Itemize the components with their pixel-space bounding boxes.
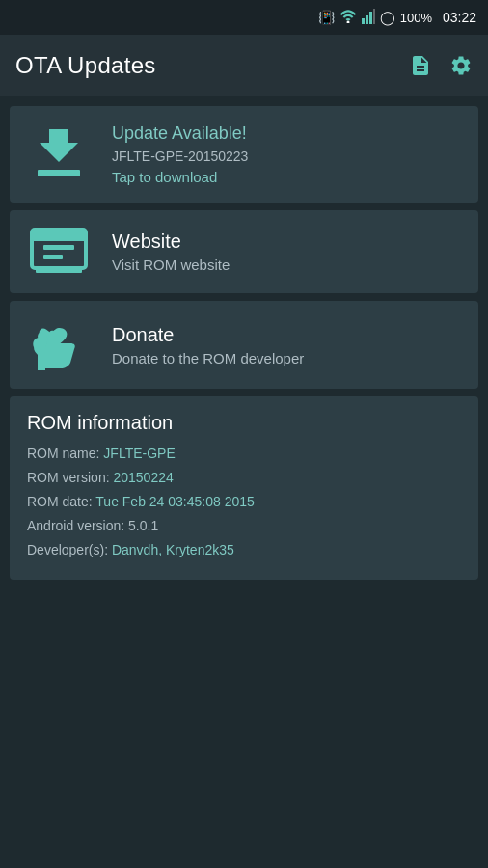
wifi-icon <box>339 10 357 26</box>
rom-date-row: ROM date: Tue Feb 24 03:45:08 2015 <box>27 492 461 512</box>
donate-title: Donate <box>112 324 304 346</box>
android-version-row: Android version: 5.0.1 <box>27 516 461 536</box>
rom-name-value: JFLTE-GPE <box>103 446 175 461</box>
website-card-text: Website Visit ROM website <box>112 231 230 273</box>
rom-version-value: 20150224 <box>113 470 173 485</box>
svg-point-0 <box>346 20 349 23</box>
download-icon <box>25 125 93 183</box>
update-rom-name: JFLTE-GPE-20150223 <box>112 149 248 164</box>
website-card[interactable]: Website Visit ROM website <box>10 210 478 293</box>
website-icon <box>25 228 93 276</box>
app-bar: OTA Updates <box>0 35 488 96</box>
svg-rect-8 <box>32 230 86 241</box>
vibrate-icon: 📳 <box>318 10 335 25</box>
status-icons: 📳 ◯ 100% 03:22 <box>318 9 476 27</box>
rom-info-section: ROM information ROM name: JFLTE-GPE ROM … <box>10 396 478 580</box>
update-available-label: Update Available! <box>112 123 248 144</box>
status-bar: 📳 ◯ 100% 03:22 <box>0 0 488 35</box>
battery-percent: 100% <box>400 11 432 25</box>
main-content: Update Available! JFLTE-GPE-20150223 Tap… <box>0 96 488 580</box>
rom-name-row: ROM name: JFLTE-GPE <box>27 444 461 464</box>
donate-card-text: Donate Donate to the ROM developer <box>112 324 304 366</box>
update-card[interactable]: Update Available! JFLTE-GPE-20150223 Tap… <box>10 106 478 203</box>
rom-info-title: ROM information <box>27 412 461 434</box>
website-title: Website <box>112 231 230 253</box>
donate-subtitle: Donate to the ROM developer <box>112 350 304 366</box>
rom-version-row: ROM version: 20150224 <box>27 468 461 488</box>
developers-label: Developer(s): <box>27 542 112 557</box>
settings-icon-button[interactable] <box>449 54 473 77</box>
signal-icon <box>362 9 375 27</box>
svg-rect-5 <box>38 170 80 176</box>
app-title: OTA Updates <box>15 52 156 79</box>
rom-date-label: ROM date: <box>27 494 95 509</box>
rom-date-value: Tue Feb 24 03:45:08 2015 <box>95 494 255 509</box>
app-bar-actions <box>409 54 473 77</box>
donate-icon <box>25 318 93 371</box>
document-icon-button[interactable] <box>409 54 432 77</box>
svg-rect-9 <box>43 245 74 250</box>
update-card-text: Update Available! JFLTE-GPE-20150223 Tap… <box>112 123 248 185</box>
developers-value: Danvdh, Kryten2k35 <box>112 542 234 557</box>
svg-marker-6 <box>40 129 78 162</box>
android-version-value: 5.0.1 <box>128 518 158 533</box>
svg-rect-4 <box>373 9 375 24</box>
svg-rect-1 <box>362 18 365 24</box>
svg-rect-2 <box>366 15 368 24</box>
svg-rect-3 <box>369 12 372 24</box>
data-icon: ◯ <box>380 10 395 25</box>
svg-rect-11 <box>36 268 82 273</box>
tap-to-download-label: Tap to download <box>112 169 248 185</box>
donate-card[interactable]: Donate Donate to the ROM developer <box>10 301 478 389</box>
developers-row: Developer(s): Danvdh, Kryten2k35 <box>27 540 461 560</box>
rom-version-label: ROM version: <box>27 470 113 485</box>
svg-rect-10 <box>43 255 63 259</box>
website-subtitle: Visit ROM website <box>112 257 230 273</box>
rom-name-label: ROM name: <box>27 446 103 461</box>
android-version-label: Android version: <box>27 518 128 533</box>
clock: 03:22 <box>443 10 476 25</box>
